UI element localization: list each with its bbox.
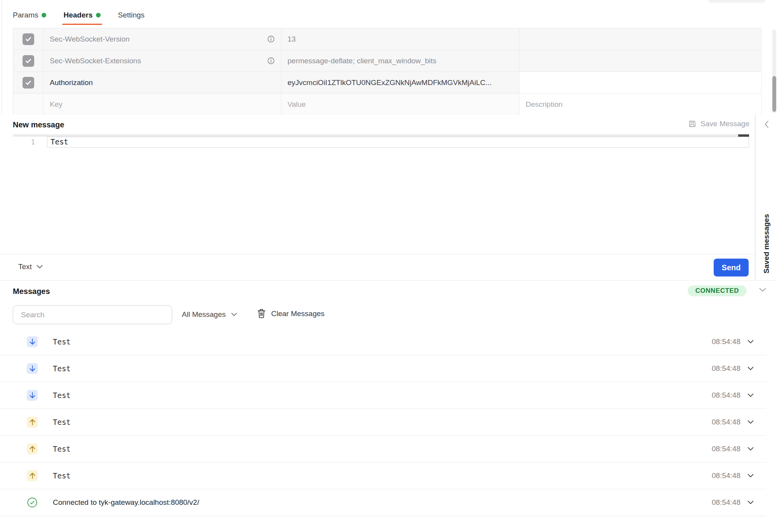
request-tabs: Params Headers Settings: [13, 11, 145, 25]
check-circle-icon: [27, 497, 38, 508]
scrollbar-track[interactable]: [772, 30, 776, 113]
clear-messages-label: Clear Messages: [271, 309, 324, 318]
checkbox-checked[interactable]: [23, 55, 34, 67]
message-list: Test 08:54:48 Test 08:54:48 Test 08:54:4…: [0, 329, 766, 516]
send-button[interactable]: Send: [714, 259, 749, 276]
expand-chevron-down-icon[interactable]: [747, 367, 754, 370]
message-row[interactable]: Test 08:54:48: [0, 436, 766, 462]
expand-chevron-down-icon[interactable]: [747, 393, 754, 397]
active-tab-underline: [62, 24, 102, 25]
message-row[interactable]: Test 08:54:48: [0, 355, 766, 382]
chevron-down-icon: [231, 313, 237, 316]
tab-settings[interactable]: Settings: [118, 11, 145, 25]
saved-messages-rail: Saved messages: [755, 115, 777, 280]
info-icon[interactable]: [267, 57, 275, 64]
check-icon: [25, 57, 32, 64]
message-row[interactable]: Test 08:54:48: [0, 409, 766, 436]
message-text: Test: [53, 445, 71, 453]
header-key-cell[interactable]: Key: [44, 94, 281, 115]
message-type-dropdown[interactable]: Text: [18, 263, 43, 271]
editor-active-line[interactable]: [47, 137, 749, 148]
trash-icon: [257, 309, 266, 318]
expand-chevron-down-icon[interactable]: [747, 420, 754, 424]
header-checkbox-cell: [13, 94, 44, 115]
arrow-up-icon: [27, 470, 38, 481]
message-timestamp: 08:54:48: [712, 471, 740, 480]
expand-chevron-down-icon[interactable]: [747, 447, 754, 451]
message-filter-label: All Messages: [182, 310, 226, 319]
message-type-label: Text: [18, 263, 32, 271]
arrow-down-icon: [27, 363, 38, 374]
message-timestamp: 08:54:48: [712, 391, 740, 400]
tab-params[interactable]: Params: [13, 11, 46, 25]
scrollbar-thumb[interactable]: [772, 76, 776, 112]
header-description-cell[interactable]: [519, 72, 761, 93]
table-row: Sec-WebSocket-Extensions permessage-defl…: [13, 50, 761, 72]
header-key-cell[interactable]: Sec-WebSocket-Version: [44, 28, 281, 50]
header-value: permessage-deflate; client_max_window_bi…: [287, 57, 436, 65]
header-checkbox-cell: [13, 72, 44, 93]
collapse-panel-button[interactable]: [764, 120, 769, 128]
header-value-cell[interactable]: permessage-deflate; client_max_window_bi…: [281, 50, 519, 71]
message-text: Test: [53, 418, 71, 426]
tab-settings-label: Settings: [118, 11, 145, 19]
messages-section: Messages CONNECTED All Messages Clear Me…: [0, 280, 777, 532]
save-message-button[interactable]: Save Message: [688, 120, 749, 128]
header-description-cell[interactable]: [519, 28, 761, 50]
chevron-left-icon: [764, 120, 769, 128]
header-description-cell[interactable]: [519, 50, 761, 71]
chevron-down-icon: [37, 265, 43, 269]
header-value: 13: [287, 35, 296, 43]
key-placeholder: Key: [50, 100, 63, 109]
header-value: eyJvcmciOiI1ZTlkOTU0NGExZGNkNjAwMDFkMGVk…: [287, 78, 491, 87]
header-value-cell[interactable]: Value: [281, 94, 519, 115]
arrow-down-icon: [27, 390, 38, 401]
header-description-cell[interactable]: Description: [519, 94, 761, 115]
green-dot-icon: [96, 13, 101, 17]
info-icon[interactable]: [267, 35, 275, 43]
check-icon: [25, 79, 32, 86]
connection-status-badge: CONNECTED: [688, 285, 747, 296]
message-timestamp: 08:54:48: [712, 445, 740, 453]
headers-table: Sec-WebSocket-Version 13 Sec-WebSocket-E…: [13, 28, 761, 116]
message-timestamp: 08:54:48: [712, 364, 740, 373]
cutoff-top-button: [708, 0, 765, 3]
status-chevron-down-icon[interactable]: [759, 288, 766, 292]
header-key-cell[interactable]: Sec-WebSocket-Extensions: [44, 50, 281, 71]
editor-content[interactable]: Test: [51, 137, 68, 146]
header-value-cell[interactable]: 13: [281, 28, 519, 50]
expand-chevron-down-icon[interactable]: [747, 501, 754, 504]
message-text: Test: [53, 391, 71, 400]
checkbox-checked[interactable]: [23, 77, 34, 89]
check-icon: [25, 36, 32, 43]
tab-headers[interactable]: Headers: [63, 11, 101, 25]
saved-messages-label[interactable]: Saved messages: [762, 214, 771, 273]
new-message-title: New message: [13, 120, 64, 129]
header-checkbox-cell: [13, 50, 44, 71]
message-filter-dropdown[interactable]: All Messages: [182, 310, 237, 319]
search-input[interactable]: [13, 305, 172, 324]
table-row: Sec-WebSocket-Version 13: [13, 28, 761, 50]
message-row[interactable]: Test 08:54:48: [0, 329, 766, 355]
table-row-empty: Key Value Description: [13, 94, 761, 115]
value-placeholder: Value: [287, 100, 306, 109]
message-timestamp: 08:54:48: [712, 337, 740, 346]
arrow-down-icon: [27, 336, 38, 347]
header-value-cell[interactable]: eyJvcmciOiI1ZTlkOTU0NGExZGNkNjAwMDFkMGVk…: [281, 72, 519, 93]
checkbox-checked[interactable]: [23, 33, 34, 45]
table-row: Authorization eyJvcmciOiI1ZTlkOTU0NGExZG…: [13, 72, 761, 94]
message-row[interactable]: Connected to tyk-gateway.localhost:8080/…: [0, 489, 766, 516]
message-text: Connected to tyk-gateway.localhost:8080/…: [53, 498, 199, 507]
message-row[interactable]: Test 08:54:48: [0, 462, 766, 489]
header-checkbox-cell: [13, 28, 44, 50]
clear-messages-button[interactable]: Clear Messages: [257, 309, 324, 318]
header-key-cell[interactable]: Authorization: [44, 72, 281, 93]
tab-headers-label: Headers: [63, 11, 92, 19]
expand-chevron-down-icon[interactable]: [747, 474, 754, 478]
expand-chevron-down-icon[interactable]: [747, 340, 754, 344]
description-placeholder: Description: [526, 100, 563, 109]
header-key: Sec-WebSocket-Version: [50, 35, 130, 43]
message-row[interactable]: Test 08:54:48: [0, 382, 766, 409]
header-key: Sec-WebSocket-Extensions: [50, 57, 141, 65]
green-dot-icon: [42, 13, 46, 17]
